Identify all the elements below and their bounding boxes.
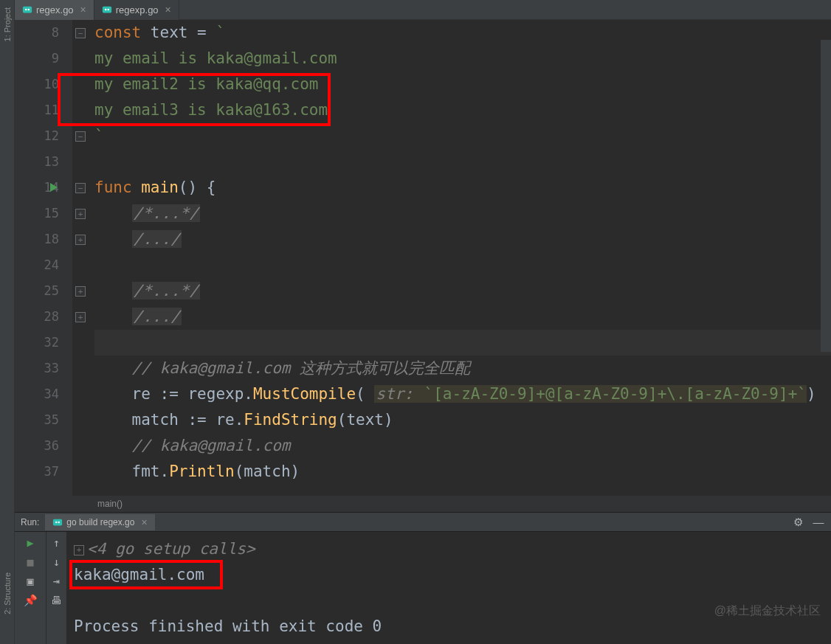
console-line: +<4 go setup calls> <box>74 536 824 562</box>
minimize-icon[interactable]: — <box>812 516 825 529</box>
code-token: := <box>187 411 215 429</box>
tool-window-bar: 1: Project 2: Structure <box>0 0 15 644</box>
tab-label: regexp.go <box>116 4 159 15</box>
breadcrumb-item[interactable]: main() <box>97 499 123 509</box>
rerun-icon[interactable]: ▶ <box>24 536 37 550</box>
svg-point-7 <box>55 521 57 522</box>
line-number: 11 <box>15 97 72 123</box>
code-token: str: <box>374 385 424 403</box>
code-token: // kaka@gmail.com 这种方式就可以完全匹配 <box>132 359 471 377</box>
line-number: 9 <box>15 46 72 72</box>
code-token: text = <box>141 24 215 41</box>
line-number: 24 <box>15 252 72 278</box>
print-icon[interactable]: 🖶 <box>50 594 63 607</box>
code-content[interactable]: const text = ` my email is kaka@gmail.co… <box>72 20 831 496</box>
line-number: 14 <box>15 175 72 201</box>
code-token: match <box>132 411 188 429</box>
gear-icon[interactable]: ⚙ <box>791 516 804 529</box>
code-token: main <box>132 179 179 196</box>
svg-point-5 <box>107 9 108 10</box>
run-gutter-icon[interactable] <box>50 183 58 192</box>
structure-tool-label[interactable]: 2: Structure <box>3 572 12 614</box>
tab-regexp-go[interactable]: regexp.go × <box>94 0 179 20</box>
line-number: 37 <box>15 459 72 485</box>
line-number: 28 <box>15 304 72 330</box>
editor-area[interactable]: ✔ 8 9 10 11 12 13 14 15 18 24 25 28 32 3… <box>15 20 831 496</box>
line-number: 34 <box>15 381 72 407</box>
svg-point-1 <box>25 9 27 10</box>
line-number: 32 <box>15 330 72 356</box>
folded-region[interactable]: /.../ <box>132 230 182 248</box>
run-panel-header: Run: go build regex.go × ⚙ — <box>15 512 831 532</box>
folded-region[interactable]: /.../ <box>132 308 182 325</box>
code-token: re <box>132 385 160 403</box>
svg-rect-3 <box>103 7 111 13</box>
code-token: ` <box>215 24 225 41</box>
run-toolbar-secondary: ↑ ↓ ⇥ 🖶 <box>46 532 66 644</box>
line-number: 8 <box>15 20 72 46</box>
code-token: `[a-zA-Z0-9]+@[a-zA-Z0-9]+\.[a-zA-Z0-9]+… <box>424 385 807 403</box>
code-token: MustCompile <box>253 385 356 403</box>
run-panel: ▶ ■ ▣ 📌 ↑ ↓ ⇥ 🖶 +<4 go setup calls> kaka… <box>15 532 831 644</box>
console-text: <4 go setup calls> <box>87 540 255 558</box>
run-config-label: go build regex.go <box>66 517 134 527</box>
code-token: := <box>160 385 188 403</box>
line-number: 35 <box>15 407 72 433</box>
stop-icon[interactable]: ■ <box>24 555 37 569</box>
code-token: my email3 is kaka@163.com <box>94 101 328 119</box>
folded-region[interactable]: /*...*/ <box>132 204 201 222</box>
console-line: Process finished with exit code 0 <box>74 614 824 640</box>
scrollbar[interactable] <box>821 40 831 352</box>
code-token: () { <box>179 179 216 196</box>
line-number: 15 <box>15 201 72 226</box>
code-token: ) <box>807 385 816 403</box>
watermark: @稀土掘金技术社区 <box>714 603 821 619</box>
down-arrow-icon[interactable]: ↓ <box>50 555 63 569</box>
line-number: 36 <box>15 433 72 459</box>
code-token: my email2 is kaka@qq.com <box>94 75 318 93</box>
console-output[interactable]: +<4 go setup calls> kaka@gmail.com Proce… <box>66 532 831 644</box>
code-token: ` <box>94 127 104 145</box>
svg-point-4 <box>105 9 106 10</box>
code-token: FindString <box>244 411 337 429</box>
code-token: ( <box>356 385 374 403</box>
svg-point-8 <box>58 521 60 522</box>
go-file-icon <box>102 4 112 15</box>
line-number: 13 <box>15 149 72 175</box>
up-arrow-icon[interactable]: ↑ <box>50 536 63 550</box>
code-token: (text) <box>337 411 393 429</box>
close-icon[interactable]: × <box>165 4 171 15</box>
tab-regex-go[interactable]: regex.go × <box>15 0 94 20</box>
code-token: (match) <box>235 463 300 480</box>
wrap-icon[interactable]: ⇥ <box>50 575 63 588</box>
layout-icon[interactable]: ▣ <box>24 575 37 588</box>
code-token: func <box>94 179 132 196</box>
go-file-icon <box>52 517 63 527</box>
line-number: 12 <box>15 123 72 149</box>
svg-rect-0 <box>23 7 32 13</box>
fold-expand-icon[interactable]: + <box>74 545 84 555</box>
code-token: fmt. <box>132 463 170 480</box>
project-tool-label[interactable]: 1: Project <box>3 7 12 41</box>
run-label: Run: <box>21 517 39 527</box>
run-toolbar-primary: ▶ ■ ▣ 📌 <box>15 532 46 644</box>
line-number: 10 <box>15 72 72 97</box>
code-token: re. <box>215 411 244 429</box>
go-file-icon <box>22 4 32 15</box>
tab-label: regex.go <box>36 4 74 15</box>
code-token: regexp. <box>187 385 253 403</box>
pin-icon[interactable]: 📌 <box>24 594 37 607</box>
code-token: const <box>94 24 141 41</box>
run-config-tab[interactable]: go build regex.go × <box>45 514 154 530</box>
editor-tabs: regex.go × regexp.go × <box>15 0 831 20</box>
code-token: // kaka@gmail.com <box>132 437 291 454</box>
line-number-gutter: 8 9 10 11 12 13 14 15 18 24 25 28 32 33 … <box>15 20 72 496</box>
line-number: 18 <box>15 226 72 252</box>
line-number: 25 <box>15 278 72 304</box>
folded-region[interactable]: /*...*/ <box>132 282 201 300</box>
svg-rect-6 <box>53 519 62 525</box>
code-token: my email is kaka@gmail.com <box>94 49 337 67</box>
close-icon[interactable]: × <box>80 4 86 15</box>
breadcrumb[interactable]: main() <box>15 496 831 512</box>
close-icon[interactable]: × <box>141 516 147 528</box>
